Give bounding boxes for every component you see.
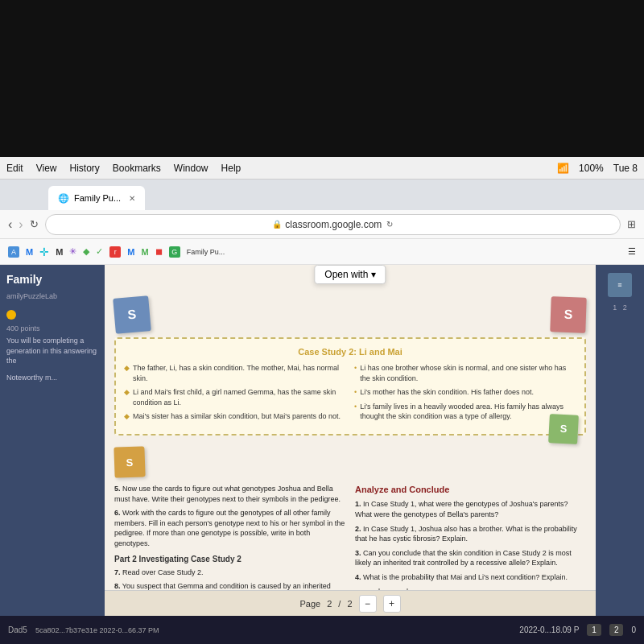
taskbar-num-1[interactable]: 1 <box>587 624 601 636</box>
sticky-notes-row-top: S S <box>114 297 586 332</box>
sidebar-text2: Noteworthy m... <box>6 373 98 383</box>
close-tab-icon[interactable]: ✕ <box>129 194 135 203</box>
right-sidebar: ≡ 1 2 <box>596 265 644 616</box>
bookmark-m3[interactable]: M <box>127 247 134 257</box>
bullet-icon-r3: • <box>354 402 357 422</box>
bookmark-icon-r: r <box>109 246 121 258</box>
menu-bar: Edit View History Bookmarks Window Help … <box>0 157 644 180</box>
menu-view[interactable]: View <box>36 163 57 174</box>
zoom-in-btn[interactable]: + <box>383 595 401 613</box>
bullet-item-r3: • Li's family lives in a heavily wooded … <box>354 402 576 422</box>
right-sidebar-label: 1 2 <box>613 303 627 312</box>
bookmark-icon-star: ✳ <box>69 246 76 257</box>
bullet-text-3: Mai's sister has a similar skin conditio… <box>133 411 341 422</box>
analyze-num-1: 1. <box>355 500 361 508</box>
num-5: 5. <box>114 485 121 493</box>
dark-top-area <box>0 0 644 157</box>
back-btn[interactable]: ‹ <box>8 217 12 232</box>
sidebar-logo: Family <box>6 273 98 286</box>
right-sidebar-icon-1[interactable]: ≡ <box>608 273 632 297</box>
zoom-out-btn[interactable]: − <box>359 595 377 613</box>
bookmark-label-family: Family Pu... <box>187 248 225 256</box>
url-text: classroom.google.com <box>285 219 382 230</box>
part-2-title: Part 2 Investigating Case Study 2 <box>114 554 345 565</box>
open-with-button[interactable]: Open with ▾ <box>314 265 386 284</box>
bullet-icon-2: ◆ <box>124 387 130 407</box>
bullet-item-r1: • Li has one brother whose skin is norma… <box>354 363 576 383</box>
bookmark-star[interactable]: ✳ <box>69 246 76 257</box>
page-label: Page <box>299 599 320 609</box>
bookmark-plus[interactable]: ✛ <box>39 246 49 258</box>
bookmark-r[interactable]: r <box>109 246 121 258</box>
text-7: Read over Case Study 2. <box>122 568 204 576</box>
analyze-num-4: 4. <box>355 573 361 581</box>
bookmark-m2[interactable]: M <box>56 247 63 257</box>
url-box[interactable]: 🔒 classroom.google.com ↻ <box>45 214 621 235</box>
bookmark-a[interactable]: A <box>8 246 19 258</box>
reload-btn[interactable]: ↻ <box>30 218 39 230</box>
bookmark-icon-square: ◼ <box>155 246 163 257</box>
page-current: 2 <box>327 599 332 609</box>
analyze-item-3: 3. Can you conclude that the skin condit… <box>355 548 586 568</box>
bullet-icon-r1: • <box>354 363 357 383</box>
forward-btn[interactable]: › <box>19 217 23 232</box>
sidebar-text1: You will be completing a generation in t… <box>6 336 98 366</box>
lock-icon: 🔒 <box>272 220 282 229</box>
page-slash: / <box>338 599 341 609</box>
taskbar: Dad5 5ca802...7b37e31e 2022-0...66.37 PM… <box>0 616 644 644</box>
browser-tab[interactable]: 🌐 Family Pu... ✕ <box>48 186 145 210</box>
analyze-text-4: What is the probability that Mai and Li'… <box>363 573 568 581</box>
taskbar-time: 2022-0...18.09 P <box>519 625 579 634</box>
bookmark-check[interactable]: ✓ <box>96 246 103 257</box>
numbered-item-5: 5. Now use the cards to figure out what … <box>114 484 345 504</box>
text-6: Work with the cards to figure out the ge… <box>114 509 345 547</box>
bookmark-square[interactable]: ◼ <box>155 246 163 257</box>
analyze-item-2: 2. In Case Study 1, Joshua also has a br… <box>355 524 586 544</box>
analyze-text-2: In Case Study 1, Joshua also has a broth… <box>355 525 577 543</box>
tab-bar: 🌐 Family Pu... ✕ <box>0 180 644 210</box>
bottom-content: 5. Now use the cards to figure out what … <box>114 484 586 605</box>
bookmark-icon-diamond: ◆ <box>83 246 89 257</box>
bookmark-icon-g: G <box>169 246 180 258</box>
tab-icon: 🌐 <box>58 193 69 204</box>
content-area: Family amilyPuzzleLab 400 points You wil… <box>0 265 644 616</box>
case-study-box: Case Study 2: Li and Mai ◆ The father, L… <box>114 337 586 436</box>
bookmark-icon-plus: ✛ <box>39 246 49 258</box>
menu-bookmarks[interactable]: Bookmarks <box>113 163 161 174</box>
menu-history[interactable]: History <box>69 163 99 174</box>
bullet-item-r2: • Li's mother has the skin condition. Hi… <box>354 387 576 398</box>
num-8: 8. <box>114 582 121 590</box>
bullet-item-3: ◆ Mai's sister has a similar skin condit… <box>124 411 346 422</box>
menu-edit[interactable]: Edit <box>6 163 23 174</box>
page-bar: Page 2 / 2 − + <box>105 590 596 616</box>
taskbar-num-2[interactable]: 2 <box>609 624 624 636</box>
bookmark-extra[interactable]: ☰ <box>628 246 636 257</box>
bullet-icon-3: ◆ <box>124 411 130 422</box>
bullet-text-r3: Li's family lives in a heavily wooded ar… <box>360 402 576 422</box>
menu-help[interactable]: Help <box>221 163 242 174</box>
doc-area: Open with ▾ S S Case Study 2: Li and Mai… <box>105 265 596 616</box>
bookmark-m1[interactable]: M <box>26 247 33 257</box>
left-col: 5. Now use the cards to figure out what … <box>114 484 345 605</box>
address-bar: ‹ › ↻ 🔒 classroom.google.com ↻ ⊞ <box>0 210 644 239</box>
sticky-note-green-rb: S <box>548 414 579 444</box>
bullet-icon-r2: • <box>354 387 357 398</box>
bookmark-m4[interactable]: M <box>142 247 149 257</box>
case-right-col: • Li has one brother whose skin is norma… <box>354 363 576 426</box>
extensions-icon[interactable]: ⊞ <box>627 218 636 230</box>
bookmark-g[interactable]: G <box>169 246 180 258</box>
left-sidebar: Family amilyPuzzleLab 400 points You wil… <box>0 265 105 616</box>
text-5: Now use the cards to figure out what gen… <box>114 485 341 503</box>
analyze-text-1: In Case Study 1, what were the genotypes… <box>355 500 568 518</box>
sticky-note-pink-top: S <box>550 296 587 333</box>
bullet-text-1: The father, Li, has a skin condition. Th… <box>133 363 346 383</box>
bookmark-diamond[interactable]: ◆ <box>83 246 89 257</box>
menu-window[interactable]: Window <box>174 163 208 174</box>
bullet-text-r1: Li has one brother whose skin is normal,… <box>360 363 576 383</box>
num-6: 6. <box>114 509 121 517</box>
bookmark-icon-m4: M <box>142 247 149 257</box>
bookmark-family[interactable]: Family Pu... <box>187 248 225 256</box>
sidebar-sublabel: amilyPuzzleLab <box>6 292 98 300</box>
analyze-conclude-title: Analyze and Conclude <box>355 484 586 496</box>
clock: Tue 8 <box>613 163 638 174</box>
